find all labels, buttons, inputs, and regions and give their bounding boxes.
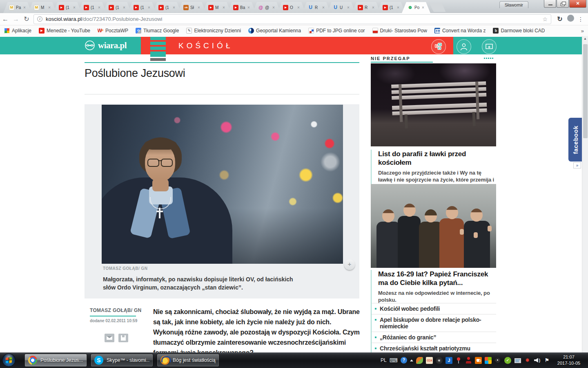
tab-close-icon[interactable] [22,6,27,10]
url-text[interactable]: kosciol.wiara.pl/doc/723470.Poslubione-J… [46,16,542,22]
sync-extension-icon[interactable]: ↻ [555,15,565,23]
messenger-icon[interactable] [504,357,511,364]
download-manager-icon[interactable] [445,357,452,364]
mouse-tool-icon[interactable] [455,357,462,364]
bookmark-apps[interactable]: Aplikacje [4,28,31,34]
browser-tab[interactable]: M [203,2,231,13]
bookmark-pdf-jpg[interactable]: PDF to JPG online cor [308,28,365,34]
show-hidden-icons[interactable] [410,359,413,361]
action-center-icon[interactable] [543,357,550,364]
bookmark-druki[interactable]: Druki- Starostwo Pow [372,28,427,34]
help-icon[interactable]: ? [401,357,407,364]
forward-icon[interactable]: → [11,16,21,23]
articles-icon[interactable] [431,39,446,54]
skype-extension-icon[interactable] [565,15,576,23]
browser-tab[interactable]: (1 [153,2,181,13]
gps-icon[interactable] [524,357,531,364]
restore-button[interactable] [557,0,569,8]
browser-tab[interactable]: (1 [377,2,405,13]
scrollbar-thumb[interactable] [583,44,588,138]
browser-tab[interactable]: U [327,2,356,13]
browser-tab[interactable]: (1 [103,2,131,13]
taskbar-skype-button[interactable]: Skype™ - slavomi... [91,354,153,367]
tab-close-icon[interactable] [122,6,126,10]
back-icon[interactable]: ← [0,16,11,23]
bookmark-translate[interactable]: Tłumacz Google [136,28,179,34]
tab-close-icon[interactable] [197,6,201,10]
minimize-button[interactable] [544,0,556,8]
sidebar-link[interactable]: „Różaniec do granic” [372,332,496,343]
language-indicator[interactable]: PL [381,357,387,363]
browser-tab[interactable]: @ [252,2,281,13]
sidebar-card-title[interactable]: Masz 16-29 lat? Papież Franciszek ma do … [378,270,496,287]
photo-zoom-button[interactable] [344,259,355,270]
sidebar-card-title[interactable]: List do parafii z ławki przed kościołem [378,150,496,167]
user-icon[interactable] [457,39,471,54]
browser-tab-active[interactable]: Po [402,2,430,13]
new-tab-button[interactable] [430,4,445,12]
taskbar-clock[interactable]: 21:07 2017-10-05 [553,354,585,366]
bookmarks-overflow-icon[interactable]: » [581,28,584,34]
facebook-expand-button[interactable]: » [573,162,581,168]
satellite-dish-icon[interactable] [494,357,501,364]
start-button[interactable] [2,353,16,367]
bookmark-youtube[interactable]: Menedże - YouTube [39,28,90,34]
article-photo[interactable] [102,105,343,264]
sidebar-card-image-bench[interactable] [371,63,496,146]
network-icon[interactable] [514,357,521,364]
tab-close-icon[interactable] [346,6,350,10]
facebook-tab[interactable]: facebook [568,118,583,162]
browser-tab[interactable]: Sł [178,2,206,13]
tab-close-icon[interactable] [321,6,325,10]
tab-close-icon[interactable] [247,6,251,10]
volume-icon[interactable] [534,357,541,364]
tab-close-icon[interactable] [72,6,76,10]
tab-close-icon[interactable] [147,6,151,10]
browser-tab[interactable]: (1 [128,2,156,13]
antivirus-icon[interactable] [416,357,423,364]
tab-close-icon[interactable] [222,6,226,10]
bookmark-cad[interactable]: Darmowe bloki CAD [493,28,545,34]
java-update-icon[interactable] [475,357,482,364]
site-logo[interactable]: wiara.pl [85,40,127,51]
tab-close-icon[interactable] [421,6,425,10]
ccleaner-icon[interactable] [426,357,433,364]
save-icon[interactable] [118,334,128,342]
hamburger-menu-icon[interactable] [150,37,166,63]
carousel-dots[interactable] [484,58,493,59]
bookmark-convert[interactable]: Convert na Worda z [434,28,486,34]
page-scrollbar[interactable]: ▲ [582,36,588,352]
gamepad-icon[interactable] [465,357,472,364]
browser-tab[interactable]: (1 [78,2,107,13]
close-button[interactable] [569,0,586,8]
utility-wheel-icon[interactable] [436,357,443,364]
chrome-menu-icon[interactable] [576,16,586,22]
browser-tab[interactable]: R [352,2,381,13]
sidebar-card-image-youth[interactable] [371,184,496,268]
email-icon[interactable] [105,334,114,342]
browser-tab[interactable]: (1 [53,2,82,13]
tab-close-icon[interactable] [272,6,276,10]
tab-close-icon[interactable] [371,6,375,10]
tab-close-icon[interactable] [296,6,301,10]
bookmark-dziennik[interactable]: Elektroniczny Dzienni [186,28,241,34]
windows-update-icon[interactable] [485,357,492,364]
keyboard-icon[interactable]: ⌨ [390,357,398,364]
browser-tab[interactable]: Ba [227,2,256,13]
address-bar[interactable]: i kosciol.wiara.pl/doc/723470.Poslubione… [33,14,551,24]
bookmark-pocztawp[interactable]: PocztaWP [98,28,128,34]
browser-tab[interactable]: Pa [3,2,32,13]
scroll-up-icon[interactable]: ▲ [582,37,588,40]
page-info-icon[interactable]: i [37,16,42,22]
bookmark-star-icon[interactable]: ☆ [542,16,548,22]
sidebar-link[interactable]: Kościół wobec pedofili [372,303,496,314]
profile-name-chip[interactable]: Sławomir [499,1,528,8]
tab-close-icon[interactable] [97,6,101,10]
taskbar-player-button[interactable]: Bóg jest światłością [157,354,219,367]
tab-close-icon[interactable] [172,6,176,10]
browser-tab[interactable]: R [302,2,331,13]
taskbar-chrome-button[interactable]: Poślubione Jezus... [24,354,87,367]
browser-tab[interactable]: M [28,2,57,13]
screen-add-icon[interactable] [482,39,497,54]
tab-close-icon[interactable] [396,6,400,10]
